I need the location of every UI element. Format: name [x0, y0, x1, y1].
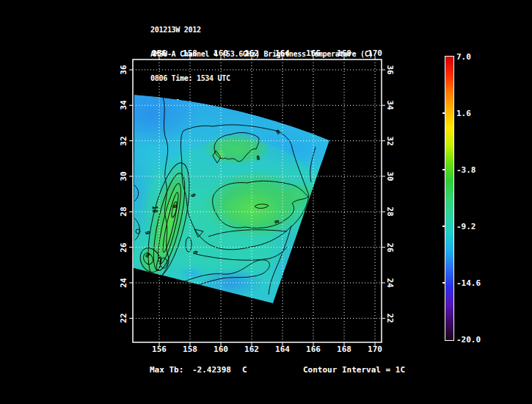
- y-tick-label-right: 26: [385, 242, 395, 252]
- y-tick-label-left: 22: [119, 314, 128, 323]
- x-tick-label-top: 168: [337, 48, 351, 58]
- y-tick-label-right: 30: [385, 171, 395, 181]
- x-tick-label-bottom: 168: [337, 345, 351, 354]
- x-tick-label-bottom: 162: [244, 345, 259, 354]
- y-tick-label-left: 26: [119, 242, 128, 252]
- x-tick-label-top: 170: [368, 48, 382, 58]
- max-tb-unit: C: [242, 365, 247, 375]
- colorbar-tick: [442, 282, 445, 284]
- x-tick-label-top: 158: [183, 48, 197, 58]
- x-tick-label-bottom: 164: [275, 345, 290, 354]
- colorbar-tick: [442, 226, 445, 227]
- y-tick-label-right: 28: [385, 207, 395, 217]
- x-tick-label-bottom: 170: [368, 345, 382, 354]
- x-tick-label-top: 160: [214, 48, 228, 58]
- contour-value-label: 10: [151, 206, 158, 213]
- y-tick-label-right: 24: [385, 278, 395, 287]
- x-tick-label-bottom: 158: [183, 345, 197, 354]
- y-tick-label-right: 36: [385, 65, 395, 74]
- x-tick-label-bottom: 160: [214, 345, 228, 354]
- swath-field: [99, 81, 354, 303]
- y-tick-label-left: 34: [119, 101, 128, 110]
- x-tick-label-top: 162: [244, 48, 259, 58]
- x-tick-label-top: 164: [275, 48, 290, 58]
- colorbar-tick: [442, 112, 445, 114]
- colorbar-tick-label: -3.8: [456, 165, 476, 175]
- y-tick-label-right: 32: [385, 136, 395, 145]
- colorbar-tick-label: 7.0: [456, 52, 471, 62]
- colorbar-tick-label: -20.0: [456, 335, 481, 345]
- max-tb-value: -2.42398: [192, 365, 231, 375]
- y-tick-label-left: 30: [119, 171, 128, 181]
- x-tick-label-top: 156: [152, 48, 167, 58]
- contour-interval-label: Contour Interval = 1C: [303, 365, 405, 375]
- x-tick-label-top: 166: [306, 48, 321, 58]
- colorbar-tick: [442, 169, 445, 170]
- y-tick-label-left: 28: [119, 207, 128, 217]
- y-tick-label-left: 24: [119, 278, 128, 287]
- x-tick-label-bottom: 166: [306, 345, 321, 354]
- colorbar-tick-label: 1.6: [456, 109, 471, 118]
- colorbar-tick-label: -9.2: [456, 222, 476, 231]
- y-tick-label-right: 22: [385, 314, 395, 323]
- max-tb-label: Max Tb:: [150, 365, 183, 375]
- x-tick-label-bottom: 156: [152, 345, 167, 354]
- y-tick-label-left: 36: [119, 65, 128, 74]
- y-tick-label-right: 34: [385, 101, 395, 110]
- contour-value-label: 9: [171, 204, 178, 209]
- colorbar: [445, 56, 454, 341]
- plot-canvas: 201213W 2012 AMSU-A Channel 4 (53.6GHz) …: [0, 0, 532, 404]
- y-tick-label-left: 32: [119, 136, 128, 145]
- colorbar-tick-label: -14.6: [456, 278, 481, 288]
